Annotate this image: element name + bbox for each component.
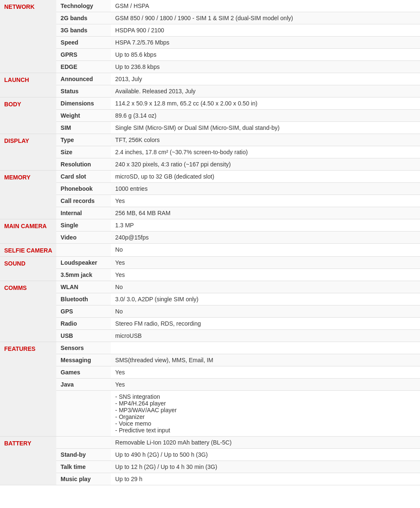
row-label: [56, 391, 111, 437]
row-value: Up to 29 h: [111, 473, 420, 485]
row-label: Loudspeaker: [56, 257, 111, 269]
row-value: microUSB: [111, 330, 420, 342]
row-label: Talk time: [56, 461, 111, 473]
row-value: Removable Li-Ion 1020 mAh battery (BL-5C…: [111, 437, 420, 449]
row-value: Yes: [111, 257, 420, 269]
row-value: GSM 850 / 900 / 1800 / 1900 - SIM 1 & SI…: [111, 12, 420, 24]
row-label: Sensors: [56, 342, 111, 354]
row-value: HSPA 7.2/5.76 Mbps: [111, 37, 420, 49]
row-label: EDGE: [56, 61, 111, 73]
row-value: Single SIM (Micro-SIM) or Dual SIM (Micr…: [111, 122, 420, 134]
row-label: Radio: [56, 318, 111, 330]
section-label: MEMORY: [0, 171, 56, 219]
section-label: NETWORK: [0, 0, 56, 73]
row-value: Yes: [111, 269, 420, 281]
row-label: USB: [56, 330, 111, 342]
row-value: Up to 490 h (2G) / Up to 500 h (3G): [111, 449, 420, 461]
section-label: SELFIE CAMERA: [0, 244, 56, 257]
row-value: 1000 entries: [111, 183, 420, 195]
row-label: 2G bands: [56, 12, 111, 24]
row-label: [56, 437, 111, 449]
row-value: [111, 342, 420, 354]
row-label: [56, 244, 111, 257]
row-label: Weight: [56, 110, 111, 122]
row-value: SNS integrationMP4/H.264 playerMP3/WAV/A…: [111, 391, 420, 437]
row-value: Available. Released 2013, July: [111, 85, 420, 97]
row-label: Stand-by: [56, 449, 111, 461]
spec-table: NETWORKTechnologyGSM / HSPA2G bandsGSM 8…: [0, 0, 420, 485]
row-value: 240p@15fps: [111, 232, 420, 244]
row-label: Resolution: [56, 158, 111, 171]
row-label: GPRS: [56, 49, 111, 61]
row-value: Up to 236.8 kbps: [111, 61, 420, 73]
row-label: Status: [56, 85, 111, 97]
row-value: 2013, July: [111, 73, 420, 85]
row-value: Up to 85.6 kbps: [111, 49, 420, 61]
row-label: Card slot: [56, 171, 111, 183]
section-label: LAUNCH: [0, 73, 56, 97]
section-label: FEATURES: [0, 342, 56, 437]
row-label: Single: [56, 219, 111, 232]
row-value: No: [111, 305, 420, 318]
row-value: 240 x 320 pixels, 4:3 ratio (~167 ppi de…: [111, 158, 420, 171]
row-label: Java: [56, 379, 111, 391]
row-value: microSD, up to 32 GB (dedicated slot): [111, 171, 420, 183]
row-label: Messaging: [56, 354, 111, 366]
row-value: TFT, 256K colors: [111, 134, 420, 146]
row-label: 3G bands: [56, 24, 111, 37]
row-value: No: [111, 244, 420, 257]
row-label: Technology: [56, 0, 111, 12]
row-label: Speed: [56, 37, 111, 49]
row-label: GPS: [56, 305, 111, 318]
row-label: Announced: [56, 73, 111, 85]
section-label: COMMS: [0, 281, 56, 342]
row-label: Call records: [56, 195, 111, 207]
row-label: Video: [56, 232, 111, 244]
section-label: BODY: [0, 97, 56, 134]
row-value: 1.3 MP: [111, 219, 420, 232]
row-label: 3.5mm jack: [56, 269, 111, 281]
section-label: SOUND: [0, 257, 56, 281]
row-label: SIM: [56, 122, 111, 134]
row-value: 3.0/ 3.0, A2DP (single SIM only): [111, 293, 420, 305]
row-value: Stereo FM radio, RDS, recording: [111, 318, 420, 330]
row-value: Up to 12 h (2G) / Up to 4 h 30 min (3G): [111, 461, 420, 473]
row-label: Type: [56, 134, 111, 146]
row-value: HSDPA 900 / 2100: [111, 24, 420, 37]
row-label: Music play: [56, 473, 111, 485]
row-value: Yes: [111, 366, 420, 379]
row-label: WLAN: [56, 281, 111, 293]
row-label: Games: [56, 366, 111, 379]
row-label: Size: [56, 146, 111, 158]
row-value: 114.2 x 50.9 x 12.8 mm, 65.2 cc (4.50 x …: [111, 97, 420, 110]
row-value: SMS(threaded view), MMS, Email, IM: [111, 354, 420, 366]
row-label: Dimensions: [56, 97, 111, 110]
row-label: Internal: [56, 207, 111, 219]
section-label: BATTERY: [0, 437, 56, 485]
row-value: GSM / HSPA: [111, 0, 420, 12]
row-value: Yes: [111, 195, 420, 207]
section-label: MAIN CAMERA: [0, 219, 56, 244]
row-value: 2.4 inches, 17.8 cm² (~30.7% screen-to-b…: [111, 146, 420, 158]
row-value: 89.6 g (3.14 oz): [111, 110, 420, 122]
section-label: DISPLAY: [0, 134, 56, 171]
row-value: Yes: [111, 379, 420, 391]
row-value: 256 MB, 64 MB RAM: [111, 207, 420, 219]
row-label: Phonebook: [56, 183, 111, 195]
row-value: No: [111, 281, 420, 293]
row-label: Bluetooth: [56, 293, 111, 305]
